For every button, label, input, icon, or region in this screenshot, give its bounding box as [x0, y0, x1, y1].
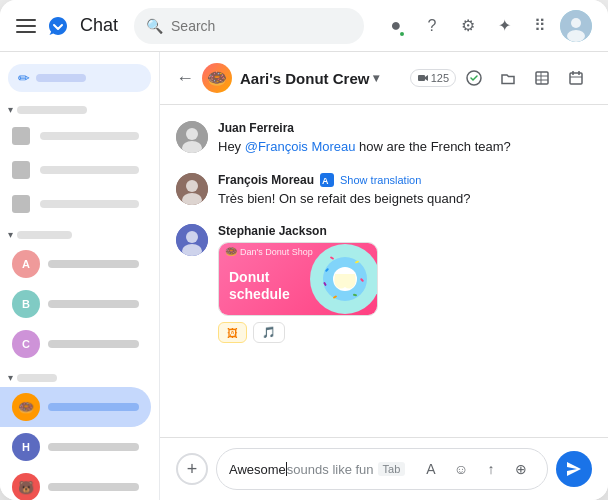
- input-suggestion: sounds like fun: [287, 462, 374, 477]
- msg-3-sender-name: Stephanie Jackson: [218, 224, 327, 238]
- upload-icon[interactable]: ↑: [477, 455, 505, 483]
- add-attachment-button[interactable]: +: [176, 453, 208, 485]
- msg-3-content: Stephanie Jackson 🍩 Dan's Donut Shop Do: [218, 224, 592, 343]
- section-header-1[interactable]: ▾: [0, 100, 159, 119]
- msg-2-sender: François Moreau A Show translation: [218, 173, 592, 187]
- sidebar-item-space-bear[interactable]: 🐻: [0, 467, 151, 500]
- msg-1-avatar: [176, 121, 208, 153]
- card-subtitle-text: schedule: [229, 286, 290, 303]
- tab-hint: Tab: [378, 462, 406, 476]
- image-icon: 🖼: [227, 327, 238, 339]
- search-input[interactable]: [171, 18, 352, 34]
- channel-chevron-icon: ▾: [373, 71, 379, 85]
- chat-header: ← 🍩 Aari's Donut Crew ▾ 125: [160, 52, 608, 105]
- msg-3-sender: Stephanie Jackson: [218, 224, 592, 238]
- section-header-spaces[interactable]: ▾: [0, 368, 159, 387]
- emoji-icon[interactable]: ☺: [447, 455, 475, 483]
- mentions-icon: [12, 161, 30, 179]
- section-header-people[interactable]: ▾: [0, 225, 159, 244]
- status-dot: [398, 30, 406, 38]
- channel-title[interactable]: Aari's Donut Crew ▾: [240, 70, 379, 87]
- app-window: Chat 🔍 ● ? ⚙ ✦ ⠿: [0, 0, 608, 500]
- new-chat-label: [36, 74, 86, 82]
- input-text-content: Awesome: [229, 462, 286, 477]
- sidebar-item-contact-2[interactable]: B: [0, 284, 151, 324]
- svg-point-2: [571, 18, 581, 28]
- sidebar-item-contact-1[interactable]: A: [0, 244, 151, 284]
- section-label-people: [17, 231, 72, 239]
- channel-avatar: 🍩: [202, 63, 232, 93]
- task-list-icon[interactable]: [458, 62, 490, 94]
- msg-1-sender-name: Juan Ferreira: [218, 121, 294, 135]
- search-icon: 🔍: [146, 18, 163, 34]
- more-options-icon[interactable]: ⊕: [507, 455, 535, 483]
- message-input-field[interactable]: Awesome sounds like fun Tab A ☺ ↑ ⊕: [216, 448, 548, 490]
- section-arrow-1: ▾: [8, 104, 13, 115]
- svg-point-24: [186, 231, 198, 243]
- google-chat-logo: [44, 12, 72, 40]
- status-icon[interactable]: ●: [380, 10, 412, 42]
- channel-name: Aari's Donut Crew: [240, 70, 369, 87]
- donut-card-title: Donut schedule: [229, 269, 290, 303]
- msg-2-avatar: [176, 173, 208, 205]
- chat-panel: ← 🍩 Aari's Donut Crew ▾ 125: [160, 52, 608, 500]
- msg-1-text-end: how are the French team?: [355, 139, 510, 154]
- sparkle-icon[interactable]: ✦: [488, 10, 520, 42]
- sidebar-item-contact-3[interactable]: C: [0, 324, 151, 364]
- back-button[interactable]: ←: [176, 68, 194, 89]
- table-icon[interactable]: [526, 62, 558, 94]
- sidebar-item-starred[interactable]: [0, 187, 151, 221]
- main-content: ✏ ▾ ▾: [0, 52, 608, 500]
- attachment-file[interactable]: 🎵: [253, 322, 285, 343]
- sidebar-item-home[interactable]: [0, 119, 151, 153]
- msg-3-avatar: [176, 224, 208, 256]
- file-icon: 🎵: [262, 326, 276, 339]
- sidebar-item-space-h[interactable]: H: [0, 427, 151, 467]
- search-bar[interactable]: 🔍: [134, 8, 364, 44]
- contact-3-avatar: C: [12, 330, 40, 358]
- sidebar-item-donut-crew[interactable]: 🍩: [0, 387, 151, 427]
- video-icon: [417, 72, 429, 84]
- top-bar-right: ● ? ⚙ ✦ ⠿: [380, 10, 592, 42]
- apps-icon[interactable]: ⠿: [524, 10, 556, 42]
- sidebar-item-mentions[interactable]: [0, 153, 151, 187]
- new-chat-button[interactable]: ✏: [8, 64, 151, 92]
- msg-count-text: 125: [431, 72, 449, 84]
- messages-area: Juan Ferreira Hey @François Moreau how a…: [160, 105, 608, 437]
- message-1: Juan Ferreira Hey @François Moreau how a…: [176, 121, 592, 157]
- msg-1-sender: Juan Ferreira: [218, 121, 592, 135]
- svg-rect-7: [536, 72, 548, 84]
- translate-icon: A: [320, 173, 334, 187]
- input-bar: + Awesome sounds like fun Tab A ☺ ↑ ⊕: [160, 437, 608, 500]
- starred-label: [40, 200, 139, 208]
- hamburger-menu-icon[interactable]: [16, 19, 36, 33]
- svg-marker-5: [425, 75, 428, 81]
- message-3: Stephanie Jackson 🍩 Dan's Donut Shop Do: [176, 224, 592, 343]
- format-text-icon[interactable]: A: [417, 455, 445, 483]
- contact-2-name: [48, 300, 139, 308]
- calendar-icon[interactable]: [560, 62, 592, 94]
- contact-1-name: [48, 260, 139, 268]
- show-translation-link[interactable]: Show translation: [340, 174, 421, 186]
- top-bar: Chat 🔍 ● ? ⚙ ✦ ⠿: [0, 0, 608, 52]
- msg-2-sender-name: François Moreau: [218, 173, 314, 187]
- msg-2-text: Très bien! On se refait des beignets qua…: [218, 189, 592, 209]
- donut-illustration: [305, 243, 377, 315]
- attachment-image[interactable]: 🖼: [218, 322, 247, 343]
- send-button[interactable]: [556, 451, 592, 487]
- donut-card[interactable]: 🍩 Dan's Donut Shop Donut schedule: [218, 242, 378, 316]
- send-icon: [565, 460, 583, 478]
- message-count-badge[interactable]: 125: [410, 69, 456, 87]
- user-avatar[interactable]: [560, 10, 592, 42]
- input-text-area[interactable]: Awesome sounds like fun Tab: [229, 462, 411, 477]
- contact-1-avatar: A: [12, 250, 40, 278]
- mention-francois[interactable]: @François Moreau: [245, 139, 356, 154]
- settings-icon[interactable]: ⚙: [452, 10, 484, 42]
- sidebar: ✏ ▾ ▾: [0, 52, 160, 500]
- help-icon[interactable]: ?: [416, 10, 448, 42]
- svg-text:A: A: [322, 176, 329, 186]
- folder-icon[interactable]: [492, 62, 524, 94]
- starred-icon: [12, 195, 30, 213]
- svg-point-19: [186, 180, 198, 192]
- contact-3-name: [48, 340, 139, 348]
